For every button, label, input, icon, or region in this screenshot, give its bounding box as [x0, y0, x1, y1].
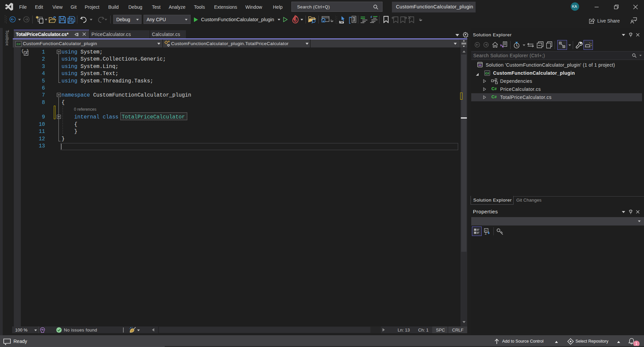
svg-text:Z: Z — [485, 232, 487, 235]
